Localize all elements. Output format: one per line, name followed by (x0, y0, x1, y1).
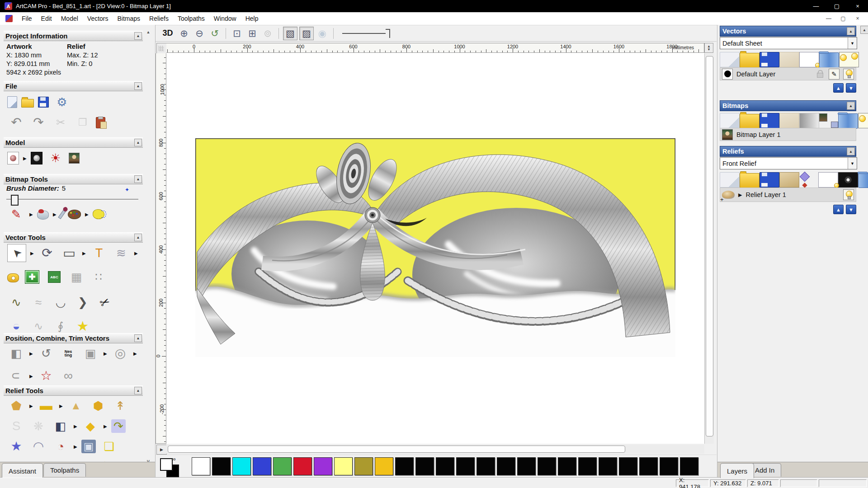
visibility-bulb-icon[interactable] (843, 69, 854, 80)
distort-vectors-icon[interactable]: ▦ (67, 268, 85, 286)
palette-swatch-12[interactable] (436, 457, 454, 475)
sculpt-relief-icon[interactable]: ⬟ (7, 397, 25, 414)
vector-doctor-icon[interactable]: ★ (74, 318, 92, 335)
menu-file[interactable]: File (17, 13, 37, 24)
toggle-all-sheets-icon[interactable] (839, 52, 859, 67)
dropdown-arrow-icon[interactable]: ▼ (848, 158, 857, 169)
menu-help[interactable]: Help (241, 13, 263, 24)
relief-layers-icon[interactable]: ❏ (100, 438, 118, 455)
offset-relief-icon[interactable]: ◆ (81, 418, 99, 435)
mdi-minimize-button[interactable]: — (825, 15, 833, 22)
move-layer-down-button[interactable]: ▼ (846, 83, 856, 93)
copy-relief-icon[interactable]: ↟ (111, 397, 129, 414)
move-layer-up-button[interactable]: ▲ (833, 205, 844, 214)
join-vectors-icon[interactable]: ∪ (7, 367, 25, 385)
cut-vector-icon[interactable]: ✂ (96, 294, 114, 311)
star-wizard-icon[interactable]: ★ (7, 438, 25, 455)
palette-swatch-5[interactable] (293, 457, 312, 475)
vector-envelope-icon[interactable]: ≋ (112, 244, 130, 262)
palette-swatch-15[interactable] (497, 457, 515, 475)
colour-picker-icon[interactable] (58, 209, 66, 219)
colour-palette-icon[interactable] (68, 210, 81, 219)
menu-window[interactable]: Window (209, 13, 241, 24)
relief-select[interactable]: Front Relief ▼ (720, 157, 857, 169)
align-vectors-icon[interactable]: ◧ (7, 345, 25, 362)
open-relief-layer-icon[interactable] (740, 173, 760, 188)
palette-swatch-24[interactable] (680, 457, 698, 475)
save-sheet-icon[interactable] (760, 52, 779, 67)
flyout-arrow-icon[interactable]: ▶ (29, 351, 33, 356)
collapse-section-button[interactable]: ▲ (134, 334, 142, 342)
dropdown-arrow-icon[interactable]: ▼ (848, 38, 857, 49)
menu-vectors[interactable]: Vectors (83, 13, 113, 24)
palette-swatch-3[interactable] (253, 457, 271, 475)
fillet-corner-icon[interactable]: ❯ (74, 294, 92, 311)
slider-handle[interactable] (11, 195, 19, 206)
collapse-section-button[interactable]: ▲ (134, 82, 142, 90)
flyout-arrow-icon[interactable]: ▶ (133, 351, 137, 356)
view-3d-button[interactable]: 3D (160, 27, 175, 40)
scrollbar-thumb[interactable] (168, 446, 625, 453)
flyout-arrow-icon[interactable]: ▶ (23, 156, 27, 161)
visibility-bulb-icon[interactable] (843, 189, 854, 200)
create-text-block-icon[interactable]: ABC (45, 268, 63, 286)
smooth-relief-icon[interactable]: ▲ (67, 397, 85, 414)
collapse-section-button[interactable]: ▲ (847, 147, 855, 155)
paste-icon[interactable] (96, 117, 105, 128)
palette-swatch-8[interactable] (354, 457, 373, 475)
slice-relief-icon[interactable]: ◔ (52, 438, 70, 455)
palette-swatch-23[interactable] (660, 457, 678, 475)
open-bitmap-layer-icon[interactable] (740, 114, 760, 129)
copy-bitmap-layer-icon[interactable] (819, 113, 838, 128)
delete-bitmap-layer-icon[interactable] (838, 113, 858, 129)
save-bitmap-layer-icon[interactable] (760, 113, 779, 128)
texture-from-bitmap-icon[interactable]: ▣ (81, 440, 96, 453)
delete-relief-layer-icon[interactable] (858, 173, 868, 188)
lock-icon[interactable] (815, 69, 825, 79)
2d-view-canvas[interactable] (166, 53, 704, 444)
flyout-arrow-icon[interactable]: ▶ (59, 404, 63, 408)
wrap-relief-icon[interactable]: ↷ (111, 419, 126, 433)
palette-swatch-17[interactable] (538, 457, 556, 475)
palette-swatch-16[interactable] (517, 457, 536, 475)
open-model-icon[interactable] (21, 99, 34, 108)
invert-model-icon[interactable] (31, 152, 42, 164)
scroll-up-icon[interactable]: ▲ (145, 28, 152, 36)
create-arc-icon[interactable]: ◡ (52, 294, 70, 311)
palette-swatch-22[interactable] (639, 457, 658, 475)
flyout-arrow-icon[interactable]: ▶ (74, 444, 77, 449)
flyout-arrow-icon[interactable]: ▶ (29, 212, 33, 217)
menu-edit[interactable]: Edit (37, 13, 57, 24)
paint-icon[interactable]: ✎ (7, 206, 25, 223)
interlock-vectors-icon[interactable]: ∞ (59, 367, 77, 385)
palette-swatch-20[interactable] (599, 457, 617, 475)
measure-icon[interactable] (7, 273, 19, 282)
menu-model[interactable]: Model (57, 13, 83, 24)
close-button[interactable]: × (847, 0, 868, 12)
zoom-box-icon[interactable]: ⊡ (230, 27, 244, 40)
brush-shape-icon[interactable]: ✦ (125, 187, 129, 193)
horizontal-scrollbar[interactable] (166, 445, 704, 454)
palette-swatch-10[interactable] (395, 457, 414, 475)
layer-colour-swatch[interactable] (722, 69, 733, 80)
palette-swatch-18[interactable] (558, 457, 576, 475)
texture-relief-icon[interactable]: ◧ (52, 418, 70, 435)
envelope-relief-icon[interactable]: ◠ (29, 438, 47, 455)
sheet-visibility-icon[interactable] (799, 52, 819, 67)
palette-swatch-19[interactable] (578, 457, 597, 475)
ruler-unit-toggle[interactable]: ▲▼ (704, 43, 713, 53)
delete-sheet-icon[interactable] (819, 52, 839, 68)
palette-swatch-11[interactable] (415, 457, 434, 475)
open-sheet-icon[interactable] (740, 53, 760, 68)
weld-vectors-icon[interactable]: ◎ (111, 345, 129, 362)
bitmap-layer-row[interactable]: Bitmap Layer 1 (720, 128, 856, 141)
flyout-arrow-icon[interactable]: ▶ (29, 404, 33, 408)
collapse-section-button[interactable]: ▲ (847, 102, 855, 110)
scroll-up-icon[interactable]: ▲ (860, 26, 868, 34)
palette-swatch-2[interactable] (232, 457, 251, 475)
palette-swatch-6[interactable] (314, 457, 332, 475)
group-vectors-icon[interactable]: ▣ (81, 345, 99, 362)
emboss-vectors-icon[interactable]: ☆ (37, 367, 55, 385)
mdi-restore-button[interactable]: ▢ (839, 15, 847, 22)
palette-swatch-0[interactable] (192, 457, 210, 475)
